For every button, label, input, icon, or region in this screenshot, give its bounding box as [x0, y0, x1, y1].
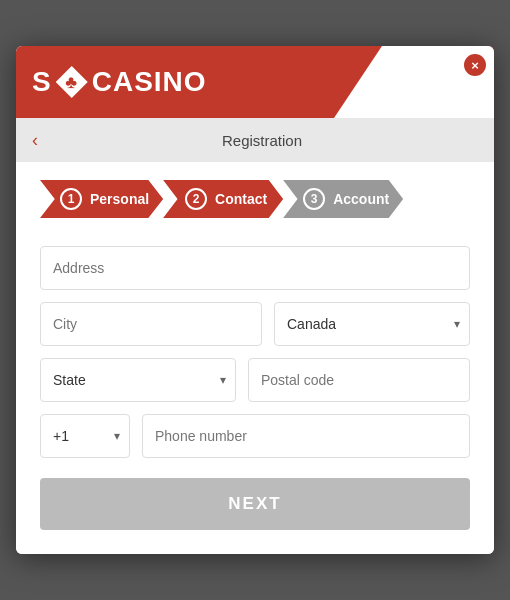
postal-input[interactable] [248, 358, 470, 402]
country-select-wrapper: Canada United States United Kingdom Aust… [274, 302, 470, 346]
state-select[interactable]: State Alberta British Columbia Ontario Q… [40, 358, 236, 402]
close-button[interactable]: × [464, 54, 486, 76]
form-area: Canada United States United Kingdom Aust… [16, 236, 494, 554]
logo-s: S [32, 66, 52, 98]
steps-bar: 1 Personal 2 Contact 3 Account [16, 162, 494, 236]
step-account[interactable]: 3 Account [283, 180, 403, 218]
country-select[interactable]: Canada United States United Kingdom Aust… [274, 302, 470, 346]
state-postal-row: State Alberta British Columbia Ontario Q… [40, 358, 470, 402]
step-account-num: 3 [303, 188, 325, 210]
step-contact-shape: 2 Contact [163, 180, 283, 218]
phone-input[interactable] [142, 414, 470, 458]
modal-header: S ♣ CASINO × [16, 46, 494, 118]
logo-diamond: ♣ [56, 66, 88, 98]
address-input[interactable] [40, 246, 470, 290]
step-personal-shape: 1 Personal [40, 180, 163, 218]
city-input[interactable] [40, 302, 262, 346]
state-select-wrapper: State Alberta British Columbia Ontario Q… [40, 358, 236, 402]
logo-area: S ♣ CASINO [16, 46, 223, 118]
back-button[interactable]: ‹ [32, 130, 38, 151]
step-account-shape: 3 Account [283, 180, 403, 218]
registration-title: Registration [46, 132, 478, 149]
address-row [40, 246, 470, 290]
step-personal[interactable]: 1 Personal [40, 180, 163, 218]
step-account-label: Account [333, 191, 389, 207]
logo-casino: CASINO [92, 66, 207, 98]
sub-header: ‹ Registration [16, 118, 494, 162]
next-button[interactable]: NEXT [40, 478, 470, 530]
step-personal-label: Personal [90, 191, 149, 207]
modal: S ♣ CASINO × ‹ Registration 1 Personal 2… [16, 46, 494, 554]
logo-icon: ♣ [65, 73, 78, 91]
phone-prefix-wrapper: +1 +44 +61 +33 ▾ [40, 414, 130, 458]
step-contact[interactable]: 2 Contact [163, 180, 283, 218]
phone-prefix-select[interactable]: +1 +44 +61 +33 [40, 414, 130, 458]
step-contact-num: 2 [185, 188, 207, 210]
step-personal-num: 1 [60, 188, 82, 210]
logo: S ♣ CASINO [32, 66, 207, 98]
step-contact-label: Contact [215, 191, 267, 207]
city-country-row: Canada United States United Kingdom Aust… [40, 302, 470, 346]
phone-row: +1 +44 +61 +33 ▾ [40, 414, 470, 458]
